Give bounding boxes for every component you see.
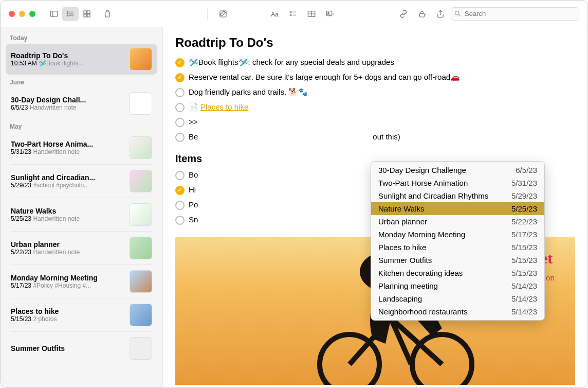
list-view-button[interactable] bbox=[62, 7, 79, 21]
svg-rect-11 bbox=[87, 14, 90, 16]
suggestion-item[interactable]: Landscaping5/14/23 bbox=[371, 292, 544, 305]
share-button[interactable] bbox=[432, 7, 449, 21]
svg-point-6 bbox=[67, 13, 68, 14]
suggestion-name: 30-Day Design Challenge bbox=[378, 166, 466, 174]
note-item-title: Nature Walks bbox=[11, 207, 124, 215]
suggestion-date: 5/22/23 bbox=[511, 217, 537, 226]
table-button[interactable] bbox=[303, 7, 320, 21]
sidebar-section-header: May bbox=[6, 119, 157, 132]
checklist-text[interactable]: >> bbox=[189, 117, 575, 126]
checklist-text[interactable]: Dog friendly parks and trails. 🐕🐾 bbox=[189, 87, 575, 97]
grid-view-button[interactable] bbox=[79, 7, 95, 21]
checkbox[interactable] bbox=[175, 186, 185, 195]
sidebar-note-item[interactable]: Places to hike5/15/23 2 photos bbox=[6, 299, 157, 330]
note-item-title: Roadtrip To Do's bbox=[11, 51, 124, 60]
sidebar-note-item[interactable]: Nature Walks5/25/23 Handwritten note bbox=[6, 199, 157, 230]
note-item-title: Monday Morning Meeting bbox=[11, 274, 124, 282]
checklist-text[interactable]: 🛩️Book flights🛩️: check for any special … bbox=[189, 58, 575, 67]
note-item-meta: 5/22/23 Handwritten note bbox=[11, 249, 124, 256]
suggestion-name: Planning meeting bbox=[378, 281, 438, 290]
link-suggestion-popup[interactable]: 30-Day Design Challenge6/5/23Two-Part Ho… bbox=[371, 161, 545, 321]
checklist-text[interactable]: Beout this) bbox=[189, 132, 575, 141]
svg-rect-0 bbox=[50, 11, 58, 16]
sidebar-note-item[interactable]: Monday Morning Meeting5/17/23 #Policy #H… bbox=[6, 266, 157, 297]
note-item-title: Places to hike bbox=[11, 307, 124, 315]
sidebar-note-item[interactable]: Two-Part Horse Anima...5/31/23 Handwritt… bbox=[6, 132, 157, 163]
minimize-window-button[interactable] bbox=[19, 11, 25, 17]
suggestion-item[interactable]: Urban planner5/22/23 bbox=[371, 215, 544, 228]
note-item-meta: 10:53 AM 🛩️Book flights... bbox=[11, 60, 124, 67]
suggestion-item[interactable]: Places to hike5/15/23 bbox=[371, 241, 544, 254]
checklist-item[interactable]: 🛩️Book flights🛩️: check for any special … bbox=[175, 55, 575, 70]
sidebar-section-header: June bbox=[6, 75, 157, 88]
note-item-thumbnail bbox=[130, 337, 152, 360]
note-item-thumbnail bbox=[130, 92, 152, 115]
checkbox[interactable] bbox=[175, 118, 185, 127]
checkbox[interactable] bbox=[175, 171, 185, 180]
checklist-item[interactable]: Beout this) bbox=[175, 130, 575, 145]
sidebar-note-item[interactable]: Urban planner5/22/23 Handwritten note bbox=[6, 233, 157, 263]
maximize-window-button[interactable] bbox=[29, 11, 35, 17]
sidebar-note-item[interactable]: Summer Outfits bbox=[6, 333, 157, 364]
checklist-text[interactable]: Reserve rental car. Be sure it's large e… bbox=[189, 73, 575, 82]
note-item-meta: 5/25/23 Handwritten note bbox=[11, 215, 124, 222]
suggestion-date: 5/31/23 bbox=[511, 179, 537, 187]
note-item-meta: 5/29/23 #school #psycholo... bbox=[11, 182, 124, 189]
media-button[interactable] bbox=[322, 7, 338, 21]
checkbox[interactable] bbox=[175, 133, 185, 142]
new-note-button[interactable] bbox=[215, 7, 231, 21]
suggestion-item[interactable]: Two-Part Horse Animation5/31/23 bbox=[371, 177, 544, 189]
suggestion-date: 5/15/23 bbox=[511, 256, 537, 264]
suggestion-item[interactable]: Neighborhood restaurants5/14/23 bbox=[371, 305, 544, 318]
note-item-thumbnail bbox=[130, 136, 152, 159]
suggestion-name: Nature Walks bbox=[378, 204, 424, 213]
svg-point-7 bbox=[67, 15, 68, 16]
suggestion-item[interactable]: Nature Walks5/25/23 bbox=[371, 202, 544, 215]
note-item-thumbnail bbox=[130, 48, 152, 70]
checklist-item[interactable]: >> bbox=[175, 115, 575, 130]
suggestion-name: Sunlight and Circadian Rhythms bbox=[378, 191, 488, 200]
notes-sidebar[interactable]: TodayRoadtrip To Do's10:53 AM 🛩️Book fli… bbox=[1, 27, 163, 387]
checklist-button[interactable] bbox=[285, 7, 301, 21]
suggestion-date: 5/29/23 bbox=[511, 191, 537, 200]
suggestion-item[interactable]: 30-Day Design Challenge6/5/23 bbox=[371, 164, 544, 177]
search-input[interactable] bbox=[451, 7, 579, 21]
svg-point-27 bbox=[412, 334, 472, 385]
note-item-thumbnail bbox=[130, 237, 152, 259]
note-editor[interactable]: Roadtrip To Do's 🛩️Book flights🛩️: check… bbox=[163, 27, 587, 387]
suggestion-date: 5/14/23 bbox=[511, 281, 537, 290]
suggestion-item[interactable]: Planning meeting5/14/23 bbox=[371, 279, 544, 292]
suggestion-item[interactable]: Kitchen decorating ideas5/15/23 bbox=[371, 267, 544, 279]
separator bbox=[207, 8, 208, 20]
suggestion-item[interactable]: Sunlight and Circadian Rhythms5/29/23 bbox=[371, 189, 544, 202]
note-title[interactable]: Roadtrip To Do's bbox=[175, 36, 575, 50]
close-window-button[interactable] bbox=[9, 11, 15, 17]
lock-button[interactable] bbox=[414, 7, 430, 21]
checklist-item[interactable]: 📄Places to hike bbox=[175, 100, 575, 115]
link-button[interactable] bbox=[395, 7, 412, 21]
checklist-text[interactable]: 📄Places to hike bbox=[189, 102, 575, 112]
suggestion-name: Urban planner bbox=[378, 217, 427, 226]
suggestion-date: 5/14/23 bbox=[511, 294, 537, 303]
checkbox[interactable] bbox=[175, 216, 185, 225]
search-icon bbox=[454, 10, 462, 17]
checkbox[interactable] bbox=[175, 88, 185, 97]
suggestion-item[interactable]: Monday Morning Meeting5/17/23 bbox=[371, 228, 544, 241]
note-item-title: Urban planner bbox=[11, 240, 124, 249]
sidebar-note-item[interactable]: Roadtrip To Do's10:53 AM 🛩️Book flights.… bbox=[6, 44, 157, 75]
checklist-item[interactable]: Reserve rental car. Be sure it's large e… bbox=[175, 70, 575, 85]
search-field[interactable] bbox=[451, 7, 579, 21]
delete-button[interactable] bbox=[99, 7, 116, 21]
checkbox[interactable] bbox=[175, 201, 185, 210]
note-item-thumbnail bbox=[130, 270, 152, 293]
checkbox[interactable] bbox=[175, 103, 185, 112]
sidebar-note-item[interactable]: Sunlight and Circadian...5/29/23 #school… bbox=[6, 166, 157, 197]
note-item-title: Sunlight and Circadian... bbox=[11, 173, 124, 182]
checklist-item[interactable]: Dog friendly parks and trails. 🐕🐾 bbox=[175, 85, 575, 100]
checkbox[interactable] bbox=[175, 58, 185, 67]
checkbox[interactable] bbox=[175, 73, 185, 82]
format-button[interactable]: Aa bbox=[266, 7, 283, 21]
sidebar-note-item[interactable]: 30-Day Design Chall...6/5/23 Handwritten… bbox=[6, 88, 157, 119]
suggestion-item[interactable]: Summer Outfits5/15/23 bbox=[371, 254, 544, 267]
toggle-sidebar-button[interactable] bbox=[46, 7, 62, 21]
